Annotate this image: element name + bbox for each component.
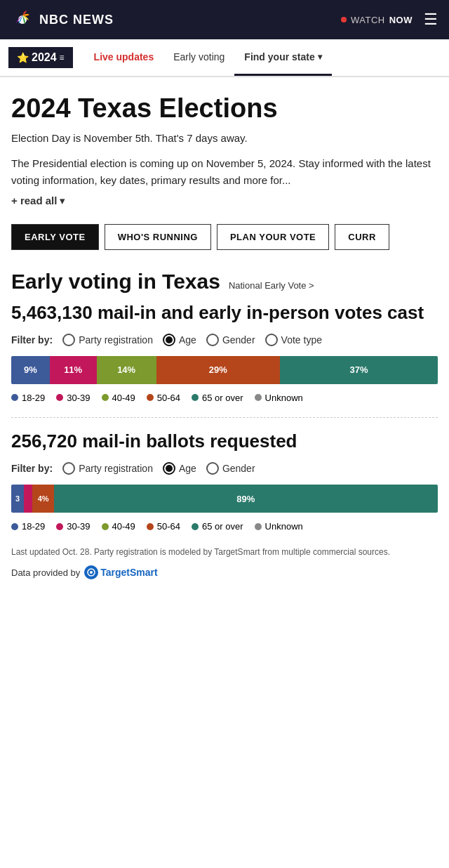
- nav-live-updates[interactable]: Live updates: [84, 39, 164, 76]
- read-all-toggle[interactable]: + read all ▾: [11, 195, 65, 207]
- mail-in-section: 256,720 mail-in ballots requested Filter…: [11, 430, 438, 532]
- filter-age-label: Age: [179, 334, 196, 346]
- radio-gender-2[interactable]: [206, 462, 219, 475]
- radio-party[interactable]: [62, 334, 75, 346]
- menu-icon[interactable]: ☰: [424, 11, 438, 29]
- watch-label: WATCH: [351, 15, 385, 25]
- nav-early-voting[interactable]: Early voting: [163, 39, 234, 76]
- legend-dot-unknown: [255, 394, 262, 401]
- star-icon: ⭐: [17, 52, 29, 63]
- legend-unknown: Unknown: [255, 393, 303, 403]
- tab-plan-vote[interactable]: PLAN YOUR VOTE: [217, 224, 329, 250]
- bar2-50-64: 4%: [32, 485, 53, 513]
- early-voting-section: Early voting in Texas National Early Vot…: [11, 270, 438, 403]
- election-day-text: Election Day is November 5th. That's 7 d…: [11, 132, 438, 144]
- footnote-text: Last updated Oct. 28. Party registration…: [11, 546, 438, 558]
- votes-count: 5,463,130 mail-in and early in-person vo…: [11, 302, 438, 324]
- legend2-50-64: 50-64: [147, 521, 180, 532]
- targetsmart-icon: TargetSmart: [84, 565, 157, 579]
- radio-vote-type[interactable]: [265, 334, 278, 346]
- filter-party[interactable]: Party registration: [62, 334, 153, 346]
- radio-party-2[interactable]: [62, 462, 75, 475]
- legend-50-64: 50-64: [147, 393, 180, 403]
- filter-gender-2[interactable]: Gender: [206, 462, 255, 475]
- filter-vote-type[interactable]: Vote type: [265, 334, 322, 346]
- legend-dot-40-49: [102, 394, 109, 401]
- mail-in-count: 256,720 mail-in ballots requested: [11, 430, 438, 452]
- now-label: NOW: [389, 15, 413, 25]
- targetsmart-label: TargetSmart: [100, 567, 157, 578]
- legend2-18-29: 18-29: [11, 521, 45, 532]
- ts-logo-svg: [87, 568, 95, 577]
- radio-age-2[interactable]: [163, 462, 175, 475]
- legend-dot-18-29: [11, 394, 18, 401]
- tab-curr[interactable]: CURR: [335, 224, 389, 250]
- legend-dot-30-39: [56, 394, 63, 401]
- page-title: 2024 Texas Elections: [11, 94, 438, 124]
- legend2-30-39: 30-39: [56, 521, 90, 532]
- nav-find-state[interactable]: Find your state ▾: [234, 39, 331, 76]
- mail-in-legend: 18-29 30-39 40-49 50-64 65 or over Unkno…: [11, 521, 438, 532]
- legend2-dot-40-49: [102, 523, 109, 530]
- legend-18-29: 18-29: [11, 393, 45, 403]
- legend-30-39: 30-39: [56, 393, 90, 403]
- legend2-dot-50-64: [147, 523, 154, 530]
- tab-whos-running[interactable]: WHO'S RUNNING: [105, 224, 211, 250]
- legend2-dot-65-over: [192, 523, 199, 530]
- early-voting-bar-chart: 9% 11% 14% 29% 37%: [11, 356, 438, 384]
- read-all-label: + read all: [11, 195, 57, 206]
- live-dot-icon: [341, 17, 347, 22]
- filter-age-label-2: Age: [179, 463, 196, 474]
- header-right: WATCH NOW ☰: [341, 11, 438, 29]
- targetsmart-attribution: Data provided by TargetSmart: [11, 565, 438, 579]
- filter-party-2[interactable]: Party registration: [62, 462, 153, 475]
- legend-65-over: 65 or over: [192, 393, 243, 403]
- watch-now[interactable]: WATCH NOW: [341, 15, 413, 25]
- legend2-unknown: Unknown: [255, 521, 303, 532]
- bar-65-over: 37%: [280, 356, 438, 384]
- radio-gender[interactable]: [206, 334, 219, 346]
- national-early-vote-link[interactable]: National Early Vote >: [229, 280, 314, 291]
- mail-in-bar-chart: 3 4% 89%: [11, 485, 438, 513]
- filter-age[interactable]: Age: [163, 334, 196, 346]
- bar2-18-29: 3: [11, 485, 24, 513]
- nav-badge-icon: ≡: [60, 53, 65, 63]
- early-voting-legend: 18-29 30-39 40-49 50-64 65 or over Unkno…: [11, 393, 438, 403]
- legend2-65-over: 65 or over: [192, 521, 243, 532]
- section-divider: [11, 417, 438, 418]
- filter-party-label: Party registration: [79, 334, 153, 346]
- svg-point-2: [90, 571, 93, 574]
- legend-dot-65-over: [192, 394, 199, 401]
- main-content: 2024 Texas Elections Election Day is Nov…: [0, 77, 449, 591]
- year-badge[interactable]: ⭐ 2024 ≡: [8, 47, 73, 68]
- radio-inner-age-2: [166, 465, 173, 472]
- bar-40-49: 14%: [97, 356, 156, 384]
- legend-dot-50-64: [147, 394, 154, 401]
- filter-age-2[interactable]: Age: [163, 462, 196, 475]
- section-header: Early voting in Texas National Early Vot…: [11, 270, 438, 294]
- legend2-dot-unknown: [255, 523, 262, 530]
- legend2-dot-30-39: [56, 523, 63, 530]
- description-text: The Presidential election is coming up o…: [11, 155, 438, 189]
- legend2-dot-18-29: [11, 523, 18, 530]
- year-label: 2024: [32, 51, 57, 64]
- ts-circle-icon: [84, 565, 98, 579]
- nbc-text: NBC NEWS: [39, 13, 114, 27]
- bar2-65-over: 89%: [54, 485, 438, 513]
- filter-row-1: Filter by: Party registration Age Gender…: [11, 334, 438, 346]
- top-header: NBC NEWS WATCH NOW ☰: [0, 0, 449, 39]
- nav-links: Live updates Early voting Find your stat…: [84, 39, 332, 76]
- radio-inner-age: [166, 336, 173, 343]
- filter-gender-label-2: Gender: [222, 463, 255, 474]
- filter-gender[interactable]: Gender: [206, 334, 255, 346]
- nav-bar: ⭐ 2024 ≡ Live updates Early voting Find …: [0, 39, 449, 77]
- tab-early-vote[interactable]: EARLY VOTE: [11, 224, 99, 250]
- nbc-logo[interactable]: NBC NEWS: [11, 8, 114, 31]
- bar-30-39: 11%: [50, 356, 97, 384]
- tabs-row: EARLY VOTE WHO'S RUNNING PLAN YOUR VOTE …: [11, 224, 438, 250]
- filter-label-1: Filter by:: [11, 334, 53, 346]
- filter-vote-type-label: Vote type: [281, 334, 322, 346]
- bar-50-64: 29%: [156, 356, 280, 384]
- early-voting-title: Early voting in Texas: [11, 270, 220, 294]
- radio-age[interactable]: [163, 334, 175, 346]
